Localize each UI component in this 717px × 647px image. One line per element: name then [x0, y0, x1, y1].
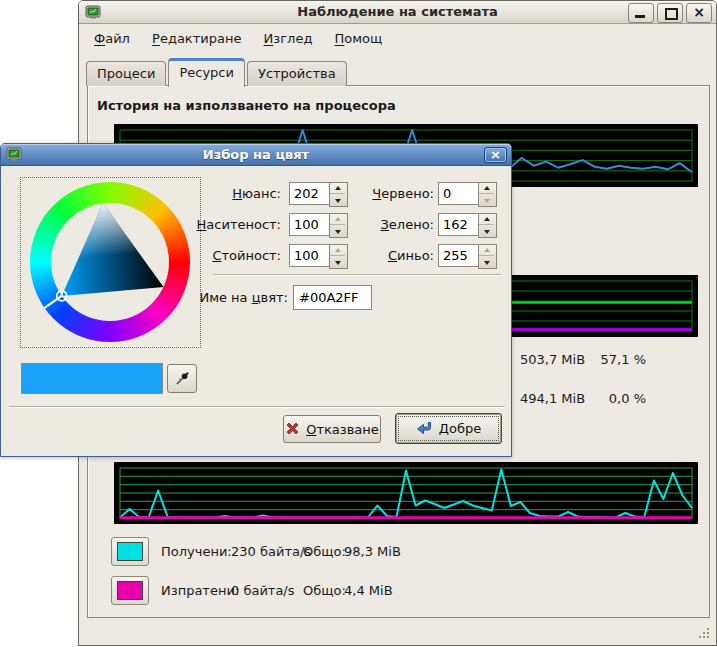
maximize-icon — [665, 8, 678, 20]
memory-percent: 57,1 % — [549, 352, 646, 367]
sent-color-swatch — [117, 581, 143, 600]
received-color-swatch — [117, 542, 143, 561]
menubar: Файл Редактиране Изглед Помощ — [81, 25, 714, 53]
red-spin-up-button[interactable] — [479, 183, 494, 194]
sent-label: Изпратени: — [161, 583, 239, 598]
received-total: 98,3 MiB — [344, 544, 401, 559]
desktop: Наблюдение на системата × Файл Редактира… — [0, 0, 717, 647]
minimize-icon — [635, 15, 645, 18]
notebook-tabs: Процеси Ресурси Устройства — [86, 54, 349, 86]
action-separator — [9, 406, 505, 408]
color-name-input[interactable] — [293, 285, 372, 310]
blue-spin-up-button[interactable] — [479, 245, 494, 256]
swap-percent: 0,0 % — [549, 391, 646, 406]
ok-return-arrow-icon — [416, 421, 433, 436]
pick-screen-color-button[interactable] — [167, 364, 197, 393]
menu-edit[interactable]: Редактиране — [145, 28, 248, 49]
menu-help[interactable]: Помощ — [328, 28, 390, 49]
blue-input[interactable] — [438, 244, 479, 267]
green-label: Зелено: — [274, 217, 434, 232]
blue-spin-down-button[interactable] — [479, 258, 494, 268]
sent-rate: 0 байта/s — [231, 583, 295, 598]
fields-separator — [213, 274, 501, 276]
green-spinfield — [438, 213, 495, 236]
red-spinfield — [438, 182, 495, 205]
resize-grip[interactable] — [698, 627, 711, 640]
main-window-title: Наблюдение на системата — [79, 4, 716, 19]
tab-devices[interactable]: Устройства — [247, 61, 347, 86]
blue-spinfield — [438, 244, 495, 267]
received-rate: 230 байта/s — [231, 544, 311, 559]
network-history-chart — [114, 462, 698, 524]
hue-label: Нюанс: — [111, 186, 281, 201]
received-color-button[interactable] — [111, 537, 149, 566]
received-label: Получени: — [161, 544, 232, 559]
maximize-button[interactable] — [657, 3, 683, 23]
green-spin-down-button[interactable] — [479, 227, 494, 237]
saturation-label: Наситеност: — [111, 217, 281, 232]
red-spin-down-button[interactable] — [479, 196, 494, 206]
minimize-button[interactable] — [628, 3, 654, 23]
red-label: Червено: — [274, 186, 434, 201]
sent-total-label: Общо: — [303, 583, 346, 598]
ok-button-label: Добре — [439, 421, 481, 436]
green-spin-up-button[interactable] — [479, 214, 494, 225]
selected-color-preview — [21, 363, 163, 394]
dialog-close-icon: × — [490, 147, 501, 162]
cancel-button[interactable]: Отказване — [283, 415, 381, 443]
cpu-history-heading: История на използването на процесора — [97, 98, 396, 113]
tab-resources[interactable]: Ресурси — [168, 58, 245, 87]
sent-color-button[interactable] — [111, 576, 149, 605]
close-button[interactable]: × — [686, 3, 712, 23]
dialog-close-button[interactable]: × — [484, 147, 507, 163]
red-input[interactable] — [438, 182, 479, 205]
received-total-label: Общо: — [303, 544, 346, 559]
main-window-titlebar[interactable]: Наблюдение на системата × — [79, 1, 716, 24]
menu-file[interactable]: Файл — [87, 28, 137, 49]
sent-total: 4,4 MiB — [344, 583, 393, 598]
ok-button[interactable]: Добре — [395, 413, 502, 444]
eyedropper-icon — [174, 371, 190, 387]
window-controls: × — [628, 3, 712, 22]
menu-view[interactable]: Изглед — [257, 28, 320, 49]
color-picker-dialog: Избор на цвят × — [0, 143, 512, 457]
green-input[interactable] — [438, 213, 479, 236]
dialog-title: Избор на цвят — [1, 147, 511, 162]
cancel-button-label: Отказване — [306, 422, 379, 437]
tab-processes[interactable]: Процеси — [86, 61, 166, 86]
cancel-x-icon — [285, 422, 300, 436]
color-name-label: Име на цвят: — [118, 290, 288, 305]
value-label: Стойност: — [111, 248, 281, 263]
blue-label: Синьо: — [274, 248, 434, 263]
dialog-titlebar[interactable]: Избор на цвят × — [1, 144, 511, 166]
close-icon: × — [687, 4, 711, 20]
